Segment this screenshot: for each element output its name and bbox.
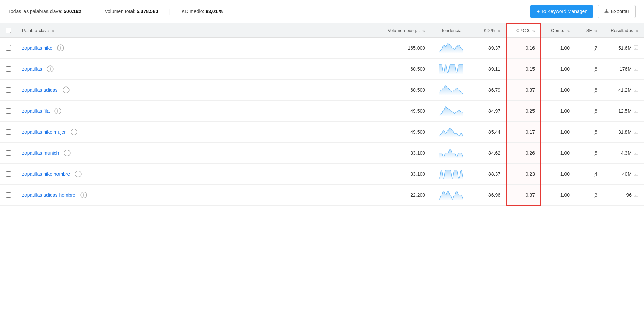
add-keyword-button[interactable] bbox=[52, 107, 63, 115]
row-sf-cell: 7 bbox=[575, 38, 603, 59]
keyword-link[interactable]: zapatillas adidas bbox=[22, 87, 58, 93]
trend-sparkline bbox=[439, 190, 463, 200]
header-resultados[interactable]: Resultados ⇅ bbox=[603, 23, 644, 38]
trend-sparkline bbox=[439, 148, 463, 158]
row-checkbox[interactable] bbox=[6, 45, 11, 51]
table-row: zapatillas munich 33.100 84,62 0,26 bbox=[0, 143, 644, 164]
trend-sparkline bbox=[439, 169, 463, 179]
row-checkbox[interactable] bbox=[6, 192, 11, 198]
header-volume[interactable]: Volumen búsq... ⇅ bbox=[382, 23, 431, 38]
table-row: zapatillas adidas hombre 22.200 86,96 bbox=[0, 185, 644, 206]
row-kd-cell: 86,79 bbox=[472, 80, 506, 101]
add-keyword-button[interactable] bbox=[78, 191, 89, 199]
row-cpc-cell: 0,37 bbox=[506, 80, 541, 101]
trend-sparkline bbox=[439, 43, 463, 53]
stat-total-volume: Volumen total: 5.378.580 bbox=[105, 9, 158, 14]
header-comp[interactable]: Comp. ⇅ bbox=[541, 23, 575, 38]
row-volume-cell: 33.100 bbox=[382, 164, 431, 185]
keyword-manager-button[interactable]: + To Keyword Manager bbox=[530, 5, 593, 18]
row-resultados-cell: 12,5M bbox=[603, 101, 644, 122]
sort-icon-comp: ⇅ bbox=[567, 29, 570, 33]
row-checkbox-cell[interactable] bbox=[0, 101, 17, 122]
row-sf-cell: 3 bbox=[575, 185, 603, 206]
results-icon bbox=[634, 87, 638, 93]
row-cpc-cell: 0,16 bbox=[506, 38, 541, 59]
add-keyword-button[interactable] bbox=[73, 170, 84, 178]
select-all-checkbox[interactable] bbox=[6, 28, 11, 33]
row-checkbox[interactable] bbox=[6, 129, 11, 135]
row-checkbox[interactable] bbox=[6, 66, 11, 72]
keyword-link[interactable]: zapatillas nike bbox=[22, 45, 52, 51]
header-keyword[interactable]: Palabra clave ⇅ bbox=[17, 23, 382, 38]
row-kd-cell: 88,37 bbox=[472, 164, 506, 185]
row-checkbox-cell[interactable] bbox=[0, 80, 17, 101]
row-checkbox-cell[interactable] bbox=[0, 122, 17, 143]
plus-circle-icon bbox=[71, 129, 77, 135]
header-kd[interactable]: KD % ⇅ bbox=[472, 23, 506, 38]
header-cpc[interactable]: CPC $ ⇅ bbox=[506, 23, 541, 38]
row-sf-cell: 4 bbox=[575, 164, 603, 185]
row-checkbox[interactable] bbox=[6, 150, 11, 156]
row-tendencia-cell bbox=[431, 38, 472, 59]
keyword-link[interactable]: zapatillas munich bbox=[22, 150, 59, 156]
add-keyword-button[interactable] bbox=[45, 65, 56, 73]
row-sf-cell: 5 bbox=[575, 122, 603, 143]
header-checkbox[interactable] bbox=[0, 23, 17, 38]
row-checkbox-cell[interactable] bbox=[0, 59, 17, 80]
row-resultados-cell: 41,2M bbox=[603, 80, 644, 101]
row-keyword-cell: zapatillas munich bbox=[17, 143, 382, 164]
row-checkbox-cell[interactable] bbox=[0, 164, 17, 185]
row-comp-cell: 1,00 bbox=[541, 38, 575, 59]
row-resultados-cell: 31,8M bbox=[603, 122, 644, 143]
row-comp-cell: 1,00 bbox=[541, 101, 575, 122]
resultados-value: 4,3M bbox=[621, 150, 632, 156]
row-volume-cell: 165.000 bbox=[382, 38, 431, 59]
sf-value: 6 bbox=[594, 87, 597, 93]
export-icon bbox=[604, 9, 609, 14]
row-checkbox-cell[interactable] bbox=[0, 143, 17, 164]
add-keyword-button[interactable] bbox=[55, 44, 66, 52]
row-checkbox[interactable] bbox=[6, 87, 11, 93]
row-checkbox[interactable] bbox=[6, 108, 11, 114]
row-cpc-cell: 0,37 bbox=[506, 185, 541, 206]
row-tendencia-cell bbox=[431, 101, 472, 122]
row-resultados-cell: 4,3M bbox=[603, 143, 644, 164]
row-kd-cell: 85,44 bbox=[472, 122, 506, 143]
row-keyword-cell: zapatillas nike hombre bbox=[17, 164, 382, 185]
keyword-link[interactable]: zapatillas nike mujer bbox=[22, 129, 66, 135]
row-comp-cell: 1,00 bbox=[541, 185, 575, 206]
row-kd-cell: 84,97 bbox=[472, 101, 506, 122]
keyword-link[interactable]: zapatillas adidas hombre bbox=[22, 192, 75, 198]
header-sf[interactable]: SF ⇅ bbox=[575, 23, 603, 38]
table-header-row: Palabra clave ⇅ Volumen búsq... ⇅ Tenden… bbox=[0, 23, 644, 38]
plus-circle-icon bbox=[47, 65, 54, 72]
top-bar: Todas las palabras clave: 500.162 | Volu… bbox=[0, 0, 644, 23]
row-cpc-cell: 0,23 bbox=[506, 164, 541, 185]
row-volume-cell: 60.500 bbox=[382, 59, 431, 80]
keyword-link[interactable]: zapatillas bbox=[22, 66, 42, 72]
row-checkbox-cell[interactable] bbox=[0, 38, 17, 59]
row-sf-cell: 6 bbox=[575, 80, 603, 101]
row-cpc-cell: 0,25 bbox=[506, 101, 541, 122]
sf-value: 4 bbox=[594, 171, 597, 177]
resultados-value: 40M bbox=[622, 171, 632, 177]
keyword-link[interactable]: zapatillas fila bbox=[22, 108, 50, 114]
export-button[interactable]: Exportar bbox=[598, 5, 636, 18]
keyword-link[interactable]: zapatillas nike hombre bbox=[22, 171, 70, 177]
row-volume-cell: 49.500 bbox=[382, 101, 431, 122]
row-checkbox-cell[interactable] bbox=[0, 185, 17, 206]
row-tendencia-cell bbox=[431, 122, 472, 143]
plus-circle-icon bbox=[75, 171, 82, 177]
row-kd-cell: 86,96 bbox=[472, 185, 506, 206]
resultados-value: 41,2M bbox=[618, 87, 632, 93]
add-keyword-button[interactable] bbox=[62, 149, 73, 157]
row-checkbox[interactable] bbox=[6, 171, 11, 177]
results-icon bbox=[634, 171, 638, 177]
row-sf-cell: 5 bbox=[575, 143, 603, 164]
add-keyword-button[interactable] bbox=[68, 128, 80, 136]
row-sf-cell: 6 bbox=[575, 59, 603, 80]
row-cpc-cell: 0,17 bbox=[506, 122, 541, 143]
add-keyword-button[interactable] bbox=[61, 86, 72, 94]
row-resultados-cell: 176M bbox=[603, 59, 644, 80]
results-icon bbox=[634, 45, 638, 51]
